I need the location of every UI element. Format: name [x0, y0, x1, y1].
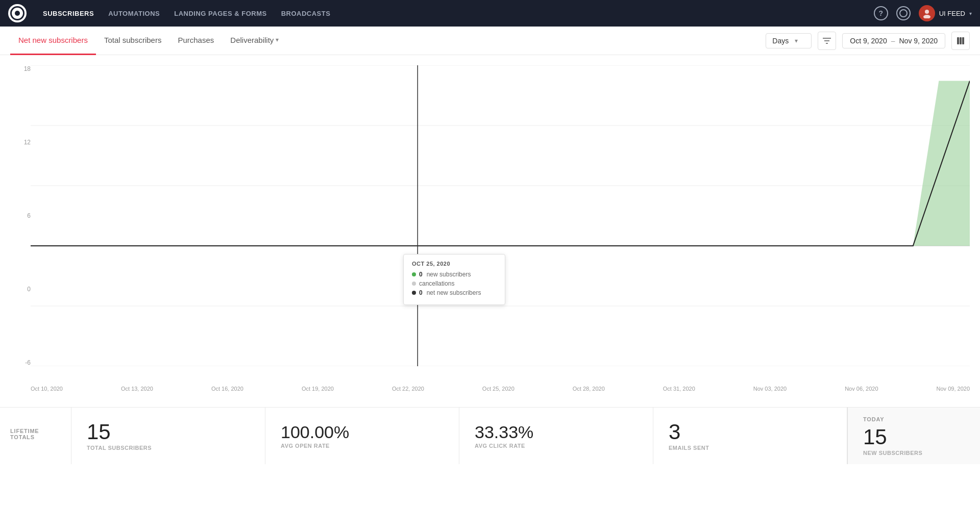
columns-button[interactable] [951, 32, 970, 50]
avg-click-rate-value: 33.33% [475, 423, 638, 441]
svg-rect-8 [962, 37, 964, 44]
svg-point-1 [925, 10, 929, 14]
svg-point-0 [900, 10, 907, 17]
y-label-6: 6 [27, 212, 31, 219]
top-navigation: SUBSCRIBERS AUTOMATIONS LANDING PAGES & … [0, 0, 980, 27]
tab-purchases[interactable]: Purchases [169, 27, 222, 55]
new-subscribers-label: NEW SUBSCRIBERS [863, 450, 965, 456]
lifetime-totals-label: LIFETIME TOTALS [10, 428, 61, 440]
stat-today-section: TODAY 15 NEW SUBSCRIBERS [847, 408, 980, 464]
date-separator: – [891, 37, 895, 45]
chart-area: 18 12 6 0 -6 Oct 10, 2020 Oct 13, 202 [0, 55, 980, 407]
stat-total-subscribers: 15 TOTAL SUBSCRIBERS [71, 408, 265, 464]
date-range-picker[interactable]: Oct 9, 2020 – Nov 9, 2020 [842, 33, 945, 48]
tab-deliverability[interactable]: Deliverability ▾ [222, 27, 287, 55]
x-label-5: Oct 25, 2020 [482, 386, 514, 392]
nav-links: SUBSCRIBERS AUTOMATIONS LANDING PAGES & … [43, 8, 857, 19]
chart-svg [31, 65, 970, 366]
svg-rect-6 [957, 37, 959, 44]
stat-lifetime-label-section: LIFETIME TOTALS [0, 408, 71, 464]
x-label-3: Oct 19, 2020 [302, 386, 334, 392]
days-dropdown[interactable]: Days ▾ [766, 33, 812, 48]
tab-total-subscribers[interactable]: Total subscribers [96, 27, 170, 55]
dropdown-chevron-icon: ▾ [795, 37, 798, 44]
app-logo[interactable] [8, 4, 27, 22]
chevron-down-icon: ▾ [276, 36, 279, 43]
stat-emails-sent: 3 EMAILS SENT [653, 408, 847, 464]
nav-link-broadcasts[interactable]: BROADCASTS [281, 8, 331, 19]
x-label-1: Oct 13, 2020 [121, 386, 153, 392]
help-button[interactable]: ? [874, 6, 888, 20]
x-label-10: Nov 09, 2020 [937, 386, 970, 392]
x-label-0: Oct 10, 2020 [31, 386, 63, 392]
sub-navigation: Net new subscribers Total subscribers Pu… [0, 27, 980, 55]
x-label-2: Oct 16, 2020 [211, 386, 243, 392]
x-label-6: Oct 28, 2020 [573, 386, 605, 392]
emails-sent-value: 3 [669, 421, 831, 443]
notifications-button[interactable] [896, 6, 911, 20]
x-label-4: Oct 22, 2020 [392, 386, 424, 392]
new-subscribers-value: 15 [863, 426, 965, 448]
x-label-8: Nov 03, 2020 [753, 386, 787, 392]
stat-avg-click-rate: 33.33% AVG CLICK RATE [459, 408, 653, 464]
avatar [919, 5, 935, 21]
x-axis: Oct 10, 2020 Oct 13, 2020 Oct 16, 2020 O… [31, 386, 970, 392]
user-chevron-icon: ▾ [969, 11, 972, 16]
nav-link-landing-pages[interactable]: LANDING PAGES & FORMS [174, 8, 266, 19]
avg-open-rate-value: 100.00% [281, 423, 444, 441]
chart-svg-container [31, 65, 970, 366]
y-axis: 18 12 6 0 -6 [10, 65, 31, 366]
user-label: UI FEED [939, 10, 965, 17]
svg-rect-7 [960, 37, 962, 44]
nav-right: ? UI FEED ▾ [874, 5, 972, 21]
total-subscribers-value: 15 [87, 421, 250, 443]
bottom-stats: LIFETIME TOTALS 15 TOTAL SUBSCRIBERS 100… [0, 407, 980, 464]
x-label-7: Oct 31, 2020 [663, 386, 695, 392]
x-label-9: Nov 06, 2020 [845, 386, 878, 392]
y-label-12: 12 [24, 139, 31, 146]
chart-controls: Days ▾ Oct 9, 2020 – Nov 9, 2020 [766, 32, 970, 50]
avg-open-rate-label: AVG OPEN RATE [281, 443, 444, 449]
y-label-18: 18 [24, 65, 31, 72]
total-subscribers-label: TOTAL SUBSCRIBERS [87, 445, 250, 451]
date-to: Nov 9, 2020 [899, 37, 938, 45]
user-menu[interactable]: UI FEED ▾ [919, 5, 972, 21]
y-label-neg6: -6 [25, 359, 31, 366]
nav-link-automations[interactable]: AUTOMATIONS [108, 8, 160, 19]
emails-sent-label: EMAILS SENT [669, 445, 831, 451]
y-label-0: 0 [27, 286, 31, 293]
date-from: Oct 9, 2020 [850, 37, 887, 45]
filter-button[interactable] [818, 32, 836, 50]
tab-net-new-subscribers[interactable]: Net new subscribers [10, 27, 96, 55]
svg-point-2 [923, 15, 930, 18]
stat-avg-open-rate: 100.00% AVG OPEN RATE [265, 408, 459, 464]
today-label: TODAY [863, 416, 965, 422]
nav-link-subscribers[interactable]: SUBSCRIBERS [43, 8, 94, 19]
avg-click-rate-label: AVG CLICK RATE [475, 443, 638, 449]
